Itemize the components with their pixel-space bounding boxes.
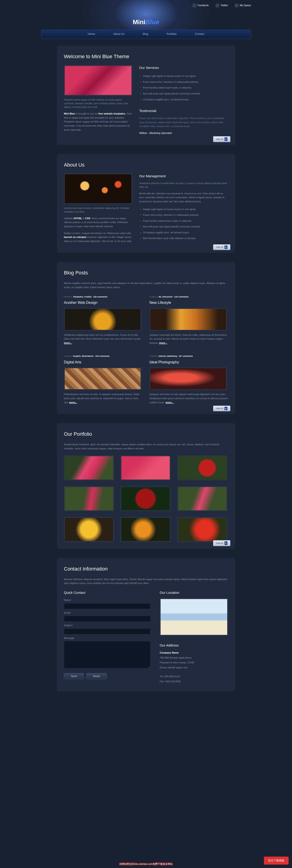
message-input[interactable] xyxy=(64,641,151,669)
blog-post-title: Ideal Photography xyxy=(150,359,228,365)
list-item: Sed velit justo quis ligula blandit comm… xyxy=(139,224,228,230)
blog-post-title: New Lifestyle xyxy=(150,300,228,306)
blog-image[interactable] xyxy=(150,308,227,331)
list-item: Proin facilisis ullamcorper turpis, in p… xyxy=(139,85,228,91)
portfolio-image[interactable] xyxy=(121,455,171,480)
main-nav: Home About Us Blog Portfolio Contact xyxy=(41,30,251,39)
blog-post-title: Another Web Design xyxy=(64,300,142,306)
portfolio-image[interactable] xyxy=(64,486,114,511)
tel: Tel: 030-060-0110 xyxy=(160,675,228,679)
portfolio-title: Our Portfolio xyxy=(64,430,228,438)
more-link[interactable]: more... xyxy=(159,341,167,344)
nav-contact[interactable]: Contact xyxy=(193,29,206,39)
addr-line: Praesent id odio massa, 11520 xyxy=(160,661,228,665)
blog-post: Posted in Templates, Freebie | 128 comme… xyxy=(64,295,142,348)
name-input[interactable] xyxy=(64,603,151,609)
blog-post-title: Digital Arts xyxy=(64,359,142,365)
contact-section: Contact Information Aenean interdum aliq… xyxy=(57,558,235,691)
twitter-icon xyxy=(216,4,219,7)
blog-excerpt: Vestibulum adipiscing tortor orci eu con… xyxy=(64,333,142,345)
blog-excerpt: Quisque sed tortor et odio aliquet males… xyxy=(150,392,228,404)
about-p2: Nullam a tortor, congue fermentum mi. Ma… xyxy=(64,231,132,243)
facebook-icon xyxy=(193,4,196,7)
list-item: Ut tristique sagittis arcu, vel laoreet … xyxy=(139,230,228,236)
testimonial-cite: William - Marketing Specialist xyxy=(139,131,228,135)
blog-post: Posted in Internet, Marketing | 167 comm… xyxy=(150,354,228,407)
testimonial-text: Fusce nec felis id lacus sollicitudin vu… xyxy=(139,116,228,128)
mgmt-p: Morbi velit dui, interdum non placerat i… xyxy=(139,192,228,204)
blog-image[interactable] xyxy=(150,367,227,390)
nav-blog[interactable]: Blog xyxy=(140,29,151,39)
subject-label: Subject: xyxy=(64,623,151,627)
more-link[interactable]: more... xyxy=(69,401,77,404)
more-link[interactable]: more... xyxy=(165,401,173,404)
social-twitter[interactable]: Twitter xyxy=(216,3,228,7)
address-title: Our Address xyxy=(160,643,228,648)
blog-intro: Mauris sagittis euismod diam, eget lobor… xyxy=(64,281,228,289)
portfolio-image[interactable] xyxy=(64,455,114,480)
list-item: Fusce risus tortor, interdum in malesuad… xyxy=(139,212,228,218)
about-image xyxy=(64,174,132,204)
social-facebook[interactable]: Facebook xyxy=(193,3,208,7)
blog-meta: Posted in Internet, Marketing | 167 comm… xyxy=(150,354,228,358)
portfolio-image[interactable] xyxy=(64,517,114,542)
more-link[interactable]: more... xyxy=(64,341,72,344)
company-name: Company Name xyxy=(160,651,228,655)
form-title: Quick Contact xyxy=(64,590,151,595)
blog-post: Posted in 3D, Interactive | 143 comments… xyxy=(150,295,228,348)
subject-input[interactable] xyxy=(64,628,151,634)
location-title: Our Location xyxy=(160,590,228,595)
list-item: Integer eget ligula et mauris auctor in … xyxy=(139,73,228,79)
portfolio-image[interactable] xyxy=(121,486,171,511)
welcome-title: Welcome to Mini Blue Theme xyxy=(64,53,228,60)
send-button[interactable]: Send xyxy=(64,673,84,679)
welcome-section: Welcome to Mini Blue Theme Praesent rutr… xyxy=(57,45,235,145)
message-label: Message: xyxy=(64,636,151,640)
portfolio-image[interactable] xyxy=(177,517,227,542)
addr-line: Donec blandit augue non xyxy=(160,665,228,670)
social-bar: Facebook Twitter My Space xyxy=(193,3,251,7)
blog-meta: Posted in 3D, Interactive | 143 comments xyxy=(150,295,228,299)
list-item: Proin facilisis ullamcorper turpis, in p… xyxy=(139,218,228,224)
contact-title: Contact Information xyxy=(64,565,228,573)
list-item: Fusce risus tortor, interdum in malesuad… xyxy=(139,79,228,85)
blog-image[interactable] xyxy=(64,308,141,331)
view-all-button[interactable]: View All xyxy=(213,406,230,411)
portfolio-image[interactable] xyxy=(177,486,227,511)
view-all-button[interactable]: View All xyxy=(213,244,230,250)
addr-line: 780-960 Aenean ligula libero xyxy=(160,656,228,660)
logo: MiniBlue xyxy=(133,17,159,27)
map-image[interactable] xyxy=(160,598,228,636)
nav-portfolio[interactable]: Portfolio xyxy=(164,29,179,39)
blog-post: Posted in Graphic, Illustrations | 156 c… xyxy=(64,354,142,407)
blog-title: Blog Posts xyxy=(64,269,228,277)
myspace-icon xyxy=(235,4,238,7)
mgmt-sub: Vestibulum pharetra convallis libero ac … xyxy=(139,182,228,189)
mgmt-list: Integer eget ligula et mauris auctor in … xyxy=(139,207,228,242)
about-title: About Us xyxy=(64,161,228,169)
blog-excerpt: Quisque venenatis leo lorem. Duis leo nu… xyxy=(150,333,228,345)
nav-about[interactable]: About Us xyxy=(111,29,127,39)
nav-home[interactable]: Home xyxy=(86,29,97,39)
blog-section: Blog Posts Mauris sagittis euismod diam,… xyxy=(57,262,235,414)
about-section: About Us Lorem ipsum dolor sit amet, con… xyxy=(57,154,235,253)
contact-intro: Aenean interdum aliquam tincidunt. Nam e… xyxy=(64,577,228,585)
email-input[interactable] xyxy=(64,616,151,622)
blog-image[interactable] xyxy=(64,367,141,390)
portfolio-image[interactable] xyxy=(177,455,227,480)
social-myspace[interactable]: My Space xyxy=(235,3,251,7)
email-label: Email: xyxy=(64,611,151,615)
list-item: Sed lobortis libero quis nulla aliquam u… xyxy=(139,236,228,241)
about-caption: Lorem ipsum dolor sit amet, consectetur … xyxy=(64,207,132,214)
portfolio-image[interactable] xyxy=(121,517,171,542)
testimonial-title: Testimonial xyxy=(139,108,228,114)
view-all-button[interactable]: View All xyxy=(213,540,230,546)
list-item: Sed velit justo quis ligula blandit comm… xyxy=(139,91,228,97)
blog-meta: Posted in Graphic, Illustrations | 156 c… xyxy=(64,354,142,358)
fax: Fax: 030-070-0550 xyxy=(160,680,228,684)
welcome-image xyxy=(64,65,132,96)
view-all-button[interactable]: View All xyxy=(213,136,230,142)
welcome-credit: Mini Blue is brought to you by free webs… xyxy=(64,112,132,132)
portfolio-section: Our Portfolio Suspendisse hendrerit, dia… xyxy=(57,423,235,549)
reset-button[interactable]: Reset xyxy=(86,673,107,679)
